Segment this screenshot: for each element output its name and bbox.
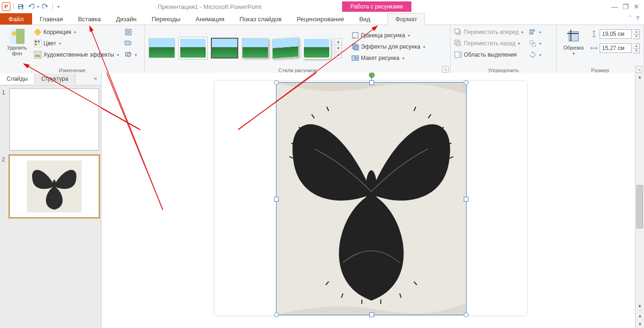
svg-rect-26 bbox=[455, 29, 459, 33]
prev-slide-icon[interactable]: ▴ bbox=[639, 311, 641, 320]
selection-pane-button[interactable]: Область выделения bbox=[454, 50, 523, 60]
style-thumb-2[interactable] bbox=[179, 37, 207, 59]
selected-picture[interactable] bbox=[276, 82, 467, 315]
slide-thumbnail-1[interactable]: 1 bbox=[2, 88, 99, 151]
close-icon[interactable]: ✕ bbox=[634, 3, 639, 10]
crop-label: Обрезка bbox=[563, 45, 584, 50]
save-icon[interactable] bbox=[17, 2, 25, 11]
style-thumb-5[interactable] bbox=[272, 37, 299, 59]
remove-background-label: Удалить фон bbox=[4, 45, 30, 56]
undo-icon[interactable] bbox=[27, 2, 35, 11]
workspace: Слайды Структура × 1 2 bbox=[0, 73, 644, 328]
tab-view[interactable]: Вид bbox=[351, 13, 378, 25]
reset-picture-button[interactable]: ▾ bbox=[125, 50, 137, 60]
ribbon-tabs: Файл Главная Вставка Дизайн Переходы Ани… bbox=[0, 13, 644, 25]
tab-insert[interactable]: Вставка bbox=[70, 13, 108, 25]
align-icon bbox=[529, 28, 536, 36]
corrections-button[interactable]: Коррекция▾ bbox=[34, 27, 119, 37]
group-button[interactable]: ▾ bbox=[529, 38, 541, 49]
svg-line-43 bbox=[101, 73, 139, 129]
style-thumb-6[interactable] bbox=[302, 37, 331, 59]
group-adjust: Удалить фон Коррекция▾ Цвет▾ Художествен… bbox=[0, 25, 145, 74]
resize-handle-n[interactable] bbox=[369, 80, 374, 85]
slide-number: 2 bbox=[2, 155, 7, 218]
resize-handle-e[interactable] bbox=[464, 197, 468, 202]
style-thumb-4[interactable] bbox=[242, 38, 268, 58]
resize-handle-se[interactable] bbox=[464, 312, 468, 317]
effects-icon bbox=[351, 43, 359, 50]
restore-icon[interactable]: ❐ bbox=[623, 3, 629, 10]
rotate-button[interactable]: ▾ bbox=[529, 50, 541, 60]
picture-style-gallery[interactable]: ▲▼▾ bbox=[149, 34, 342, 59]
pane-tab-slides[interactable]: Слайды bbox=[0, 74, 35, 84]
group-arrange: Переместить вперед▾ Переместить назад▾ О… bbox=[451, 25, 557, 74]
tab-home[interactable]: Главная bbox=[32, 13, 70, 25]
resize-handle-s[interactable] bbox=[369, 312, 374, 317]
resize-handle-sw[interactable] bbox=[274, 312, 279, 317]
svg-rect-32 bbox=[531, 30, 535, 31]
minimize-icon[interactable]: — bbox=[611, 3, 618, 10]
tab-format[interactable]: Формат bbox=[387, 13, 425, 25]
svg-rect-23 bbox=[356, 56, 359, 58]
scroll-track[interactable] bbox=[636, 81, 644, 302]
svg-rect-13 bbox=[35, 43, 37, 45]
group-styles-label: Стили рисунков bbox=[149, 67, 446, 73]
qat-customize-icon[interactable]: ▾ bbox=[56, 5, 61, 9]
tab-slideshow[interactable]: Показ слайдов bbox=[232, 13, 290, 25]
pane-tab-outline[interactable]: Структура bbox=[35, 74, 75, 84]
send-backward-button[interactable]: Переместить назад▾ bbox=[454, 38, 523, 49]
next-slide-icon[interactable]: ▾ bbox=[639, 320, 641, 328]
svg-rect-12 bbox=[38, 41, 40, 42]
width-input[interactable]: 15,27 см bbox=[600, 43, 632, 53]
align-button[interactable]: ▾ bbox=[529, 27, 541, 37]
svg-rect-17 bbox=[125, 41, 130, 45]
size-dialog-launcher[interactable]: ↘ bbox=[636, 66, 642, 73]
change-picture-button[interactable] bbox=[125, 38, 137, 49]
pane-close-icon[interactable]: × bbox=[90, 76, 101, 82]
help-icon[interactable]: ? bbox=[636, 15, 639, 23]
tab-transitions[interactable]: Переходы bbox=[144, 13, 188, 25]
tab-animation[interactable]: Анимация bbox=[188, 13, 232, 25]
slide-canvas bbox=[215, 81, 527, 315]
tab-design[interactable]: Дизайн bbox=[109, 13, 144, 25]
height-input[interactable]: 19,05 см bbox=[600, 29, 632, 39]
tab-review[interactable]: Рецензирование bbox=[289, 13, 351, 25]
picture-layout-button[interactable]: Макет рисунка▾ bbox=[351, 53, 425, 63]
width-spinner[interactable]: ▲▼ bbox=[634, 43, 640, 53]
group-size-label: Размер bbox=[560, 67, 640, 73]
scroll-thumb[interactable] bbox=[636, 185, 643, 228]
picture-effects-button[interactable]: Эффекты для рисунка▾ bbox=[351, 42, 425, 52]
picture-border-button[interactable]: Граница рисунка▾ bbox=[351, 30, 425, 41]
styles-dialog-launcher[interactable]: ↘ bbox=[442, 66, 449, 73]
rotate-icon bbox=[529, 51, 536, 59]
rotate-handle[interactable] bbox=[369, 73, 375, 78]
resize-handle-ne[interactable] bbox=[464, 80, 468, 85]
scroll-up-icon[interactable]: ▲ bbox=[636, 73, 644, 81]
tab-file[interactable]: Файл bbox=[0, 13, 32, 25]
svg-rect-21 bbox=[354, 45, 359, 50]
artistic-effects-button[interactable]: Художественные эффекты▾ bbox=[34, 50, 119, 60]
vertical-scrollbar[interactable]: ▲ ▼ ▴ ▾ bbox=[635, 73, 644, 328]
style-thumb-3[interactable] bbox=[211, 38, 238, 59]
gallery-scroll[interactable]: ▲▼▾ bbox=[335, 38, 342, 59]
remove-background-button[interactable]: Удалить фон bbox=[4, 27, 30, 56]
height-spinner[interactable]: ▲▼ bbox=[634, 29, 640, 39]
slide-canvas-area[interactable] bbox=[101, 73, 635, 328]
svg-rect-3 bbox=[16, 29, 25, 44]
scroll-down-icon[interactable]: ▼ bbox=[636, 302, 644, 311]
resize-handle-nw[interactable] bbox=[274, 80, 279, 85]
width-icon bbox=[590, 44, 598, 52]
color-button[interactable]: Цвет▾ bbox=[34, 38, 119, 49]
slide-thumbnail-2[interactable]: 2 bbox=[2, 155, 99, 218]
group-picture-styles: ▲▼▾ Граница рисунка▾ Эффекты для рисунка… bbox=[145, 25, 451, 74]
crop-button[interactable]: Обрезка ▾ bbox=[560, 27, 586, 56]
bring-forward-button[interactable]: Переместить вперед▾ bbox=[454, 27, 523, 37]
minimize-ribbon-icon[interactable]: ˆ bbox=[629, 15, 631, 23]
style-thumb-1[interactable] bbox=[149, 38, 175, 58]
change-picture-icon bbox=[125, 40, 132, 47]
compress-pictures-button[interactable] bbox=[125, 27, 137, 37]
slides-pane: Слайды Структура × 1 2 bbox=[0, 73, 101, 328]
separator bbox=[13, 3, 14, 10]
resize-handle-w[interactable] bbox=[274, 197, 279, 202]
redo-icon[interactable] bbox=[41, 2, 50, 11]
